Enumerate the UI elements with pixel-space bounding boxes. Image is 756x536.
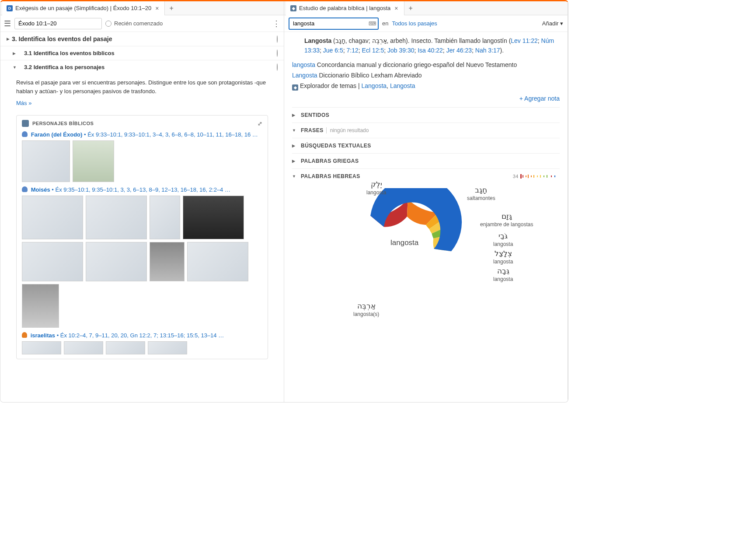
ring-slice-label[interactable]: גָּזָםenjambre de langostas (480, 212, 533, 228)
thumbnail[interactable] (148, 341, 187, 354)
def-text: (חָגָב, chagav; אַרְבֶּה, arbeh). Insect… (331, 37, 511, 44)
moises-thumbs-2 (22, 242, 262, 281)
section-3-1[interactable]: ▶ 3.1 Identifica los eventos bíblicos (0, 46, 284, 60)
acc-frases[interactable]: ▼FRASESningún resultado (292, 123, 560, 138)
thumbnail[interactable] (187, 242, 248, 281)
chevron-right-icon: ▶ (7, 37, 12, 41)
add-button[interactable]: Añadir ▾ (542, 20, 563, 27)
ring-chart[interactable]: langosta יֶלֶקlangostaחָגָבsaltamontesגָ… (292, 184, 560, 306)
acc-label: PALABRAS HEBREAS (301, 173, 360, 179)
moises-thumbs (22, 196, 262, 239)
entity-faraon: Faraón (del Éxodo) • Éx 9:33–10:1, 9:33–… (22, 131, 262, 138)
passage-input[interactable] (14, 18, 102, 29)
concordance-text: Concordancia manual y diccionario griego… (315, 61, 517, 68)
israel-thumbs (22, 341, 262, 354)
thumbnail[interactable] (183, 196, 244, 239)
ring-slice-label[interactable]: גֵּבָהlangosta (493, 267, 513, 282)
thumbnail[interactable] (86, 242, 147, 281)
close-icon[interactable]: × (393, 5, 399, 12)
entity-name[interactable]: Moisés (31, 186, 50, 193)
section-3-2[interactable]: ▼ 3.2 Identifica a los personajes (0, 60, 284, 74)
ring-slice-label[interactable]: צְלָצַלlangosta (493, 249, 513, 265)
scope-link[interactable]: Todos los pasajes (392, 20, 437, 27)
scripture-link[interactable]: Lev 11:22 (511, 37, 538, 44)
entity-refs[interactable]: • Éx 10:2–4, 7, 9–11, 20, 20, Gn 12:2, 7… (57, 332, 224, 339)
ring-slice-label[interactable]: יֶלֶקlangosta (366, 180, 386, 196)
scripture-link[interactable]: 7:12 (347, 47, 359, 54)
entity-refs[interactable]: • Éx 9:35–10:1, 9:35–10:1, 3, 3, 6–13, 8… (52, 186, 230, 193)
study-icon: ◆ (290, 5, 296, 11)
kebab-menu-icon[interactable]: ⋮ (272, 19, 280, 28)
thumbnail[interactable] (150, 196, 180, 239)
thumbnail[interactable] (22, 341, 61, 354)
tab-wordstudy[interactable]: ◆ Estudio de palabra bíblica | langosta … (286, 1, 404, 15)
section-body: Revisa el pasaje para ver si encuentras … (0, 74, 284, 98)
scripture-link[interactable]: Isa 40:22 (418, 47, 443, 54)
expand-icon[interactable]: ⤢ (258, 120, 263, 127)
thumbnail[interactable] (86, 196, 147, 239)
svg-rect-0 (520, 174, 522, 179)
close-icon[interactable]: × (154, 5, 160, 12)
moises-thumbs-3 (22, 284, 262, 328)
thumbnail[interactable] (22, 196, 83, 239)
svg-rect-2 (526, 175, 526, 177)
svg-rect-7 (540, 175, 541, 178)
svg-rect-9 (547, 175, 547, 178)
thumbnail[interactable] (22, 140, 70, 182)
new-tab-button[interactable]: + (165, 4, 178, 12)
ring-slice-label[interactable]: חָגָבsaltamontes (467, 186, 495, 201)
entity-refs[interactable]: • Éx 9:33–10:1, 9:33–10:1, 3–4, 3, 6–8, … (84, 131, 258, 138)
svg-rect-5 (533, 175, 534, 178)
thumbnail[interactable] (22, 284, 59, 328)
acc-hebreas[interactable]: ▼PALABRAS HEBREAS 34 (292, 168, 560, 184)
svg-rect-8 (543, 175, 544, 177)
scripture-link[interactable]: Ecl 12:5 (362, 47, 384, 54)
left-pane: D Exégesis de un pasaje (Simplificado) |… (0, 1, 284, 402)
chevron-down-icon: ▼ (13, 65, 18, 70)
scripture-link[interactable]: Nah 3:17 (475, 47, 500, 54)
entity-name[interactable]: Faraón (del Éxodo) (31, 131, 83, 138)
thumbnail[interactable] (22, 242, 83, 281)
section-3[interactable]: ▶ 3. Identifica los eventos del pasaje (0, 32, 284, 46)
status-text: Recién comenzado (114, 20, 163, 27)
scripture-link[interactable]: Job 39:30 (387, 47, 415, 54)
chevron-right-icon: ▶ (13, 51, 18, 56)
acc-sentidos[interactable]: ▶SENTIDOS (292, 107, 560, 123)
chevron-right-icon: ▶ (292, 159, 296, 163)
svg-rect-6 (537, 175, 538, 177)
explorer-link-2[interactable]: Langosta (390, 82, 415, 89)
tab-exegesis[interactable]: D Exégesis de un pasaje (Simplificado) |… (2, 1, 165, 15)
entity-name[interactable]: israelitas (31, 332, 55, 339)
sparkline-icon (520, 173, 560, 179)
ring-slice-label[interactable]: אַרְבֶּהlangosta(s) (353, 302, 379, 317)
search-input[interactable] (289, 18, 379, 30)
new-tab-button[interactable]: + (404, 4, 417, 12)
menu-icon[interactable]: ☰ (4, 19, 11, 28)
thumbnail[interactable] (64, 341, 103, 354)
thumbnail[interactable] (150, 242, 185, 281)
doc-icon: D (7, 5, 13, 11)
more-link[interactable]: Más » (0, 98, 284, 112)
card-header: PERSONAJES BÍBLICOS ⤢ (22, 120, 262, 127)
sparkline: 34 (513, 173, 560, 179)
thumbnail[interactable] (73, 140, 114, 182)
ring-slice-label[interactable]: גֹּבַיlangosta (493, 232, 513, 247)
characters-card: PERSONAJES BÍBLICOS ⤢ Faraón (del Éxodo)… (16, 115, 268, 359)
explorer-link-1[interactable]: Langosta (362, 82, 387, 89)
tab-title: Estudio de palabra bíblica | langosta (299, 5, 390, 11)
acc-label: PALABRAS GRIEGAS (301, 158, 359, 164)
explorer-line: ◆ Explorador de temas | Langosta, Langos… (292, 81, 560, 92)
keyboard-icon[interactable]: ⌨ (369, 21, 376, 27)
scripture-link[interactable]: Jue 6:5 (323, 47, 343, 54)
svg-rect-11 (554, 175, 555, 177)
scripture-link[interactable]: Jer 46:23 (446, 47, 472, 54)
section-label: 3.1 Identifica los eventos bíblicos (24, 50, 115, 56)
dictionary-link[interactable]: Langosta (292, 72, 317, 79)
concordance-link[interactable]: langosta (292, 61, 315, 68)
acc-griegas[interactable]: ▶PALABRAS GRIEGAS (292, 153, 560, 168)
def-headword: Langosta (304, 37, 331, 44)
acc-busquedas[interactable]: ▶BÚSQUEDAS TEXTUALES (292, 138, 560, 153)
dictionary-text: Diccionario Bíblico Lexham Abreviado (317, 72, 422, 79)
add-note-link[interactable]: + Agregar nota (292, 92, 560, 107)
thumbnail[interactable] (106, 341, 145, 354)
